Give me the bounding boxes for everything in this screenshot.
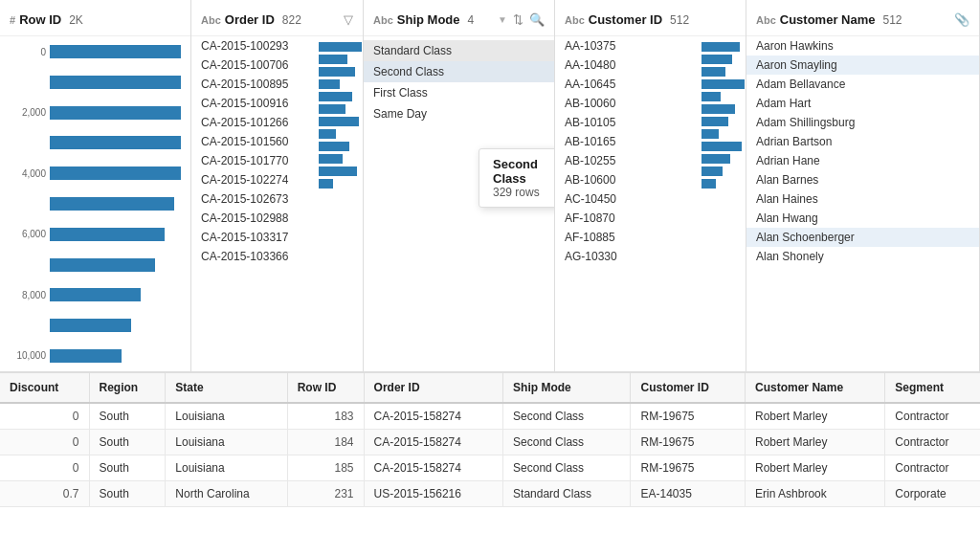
customer-name-list: Aaron Hawkins Aaron Smayling Adam Bellav… [746,36,979,371]
histogram-bar [50,197,174,211]
cell-customername: Robert Marley [746,455,885,481]
table-header-row: Discount Region State Row ID Order ID Sh… [0,373,980,403]
cell-customername: Robert Marley [746,430,885,455]
histogram-row [10,319,181,332]
list-item[interactable]: Alan Haines [746,189,979,209]
list-item[interactable]: CA-2015-100706 [191,56,315,75]
list-item[interactable]: CA-2015-102988 [191,209,315,228]
histogram-bar [50,288,141,301]
list-item[interactable]: CA-2015-100895 [191,75,315,94]
list-item[interactable]: CA-2015-102274 [191,170,315,189]
histogram-bar [50,106,181,120]
list-item[interactable]: CA-2015-101266 [191,113,315,132]
cell-rowid: 184 [287,430,364,455]
cell-state: North Carolina [166,481,287,507]
list-item[interactable]: Aaron Smayling [746,56,979,75]
list-item[interactable]: AF-10870 [555,209,698,228]
cell-customername: Robert Marley [746,403,885,430]
cell-discount: 0.7 [0,481,89,507]
histogram-bar [50,45,181,58]
cell-region: South [89,455,166,481]
cell-region: South [89,403,166,430]
cell-state: Louisiana [166,430,287,455]
col-header-orderid[interactable]: Order ID [364,373,503,403]
ship-mode-item-first[interactable]: First Class [364,82,554,103]
histogram-row [10,136,181,149]
list-item[interactable]: AG-10330 [555,247,698,266]
cell-state: Louisiana [166,403,287,430]
histogram-row [10,197,181,211]
ship-mode-list: Standard Class Second Class First Class … [364,36,554,128]
histogram-row [10,258,181,272]
list-item[interactable]: CA-2015-102673 [191,189,315,209]
list-item[interactable]: CA-2015-103366 [191,247,315,266]
order-id-list: CA-2015-100293 CA-2015-100706 CA-2015-10… [191,36,315,371]
list-item[interactable]: AC-10450 [555,189,698,209]
attachment-icon[interactable]: 📎 [954,12,969,27]
row-id-type: # [10,14,15,26]
ship-mode-header: Abc Ship Mode 4 ▼ ⇅ 🔍 [364,0,554,36]
list-item[interactable]: Adam Hart [746,94,979,113]
ship-mode-item-second[interactable]: Second Class [364,61,554,82]
cell-rowid: 183 [287,403,364,430]
list-item[interactable]: AF-10885 [555,228,698,247]
list-item[interactable]: CA-2015-103317 [191,228,315,247]
tooltip-title: Second Class [493,157,550,186]
list-item[interactable]: Aaron Hawkins [746,36,979,56]
list-item[interactable]: AA-10375 [555,36,698,56]
customer-id-list: AA-10375 AA-10480 AA-10645 AB-10060 AB-1… [555,36,698,371]
cell-orderid: US-2015-156216 [364,481,503,507]
col-header-region[interactable]: Region [89,373,166,403]
customer-name-column: Abc Customer Name 512 📎 Aaron Hawkins Aa… [746,0,980,371]
list-item[interactable]: CA-2015-101770 [191,151,315,170]
col-header-customername[interactable]: Customer Name [746,373,885,403]
customer-id-mini-bars [698,36,746,371]
list-item[interactable]: AB-10165 [555,132,698,151]
col-header-shipmode[interactable]: Ship Mode [503,373,631,403]
col-header-customerid[interactable]: Customer ID [631,373,746,403]
cell-state: Louisiana [166,455,287,481]
list-item[interactable]: AA-10645 [555,75,698,94]
sort-icon[interactable]: ⇅ [513,12,523,27]
cell-customerid: RM-19675 [631,430,746,455]
list-item[interactable]: Adam Shillingsburg [746,113,979,132]
cell-segment: Contractor [885,430,980,455]
bottom-table-container: Discount Region State Row ID Order ID Sh… [0,373,980,533]
list-item[interactable]: CA-2015-100916 [191,94,315,113]
list-item[interactable]: AB-10255 [555,151,698,170]
ship-mode-item-standard[interactable]: Standard Class [364,40,554,61]
row-id-count: 2K [69,13,83,27]
cell-rowid: 231 [287,481,364,507]
cell-shipmode: Second Class [503,430,631,455]
list-item[interactable]: AA-10480 [555,56,698,75]
list-item[interactable]: CA-2015-101560 [191,132,315,151]
histogram-bar [50,76,181,89]
list-item[interactable]: Alan Barnes [746,170,979,189]
list-item[interactable]: Alan Shonely [746,247,979,266]
filter-icon[interactable]: ▽ [344,12,353,27]
histogram-row: 2,000 [10,106,181,120]
ship-mode-item-sameday[interactable]: Same Day [364,103,554,124]
histogram-bar [50,349,122,363]
search-icon[interactable]: 🔍 [529,12,545,27]
col-header-rowid[interactable]: Row ID [287,373,364,403]
row-id-column: # Row ID 2K 0 2,000 [0,0,191,371]
histogram-row: 4,000 [10,167,181,180]
col-header-segment[interactable]: Segment [885,373,980,403]
list-item[interactable]: Adrian Hane [746,151,979,170]
histogram-bar [50,228,165,241]
col-header-discount[interactable]: Discount [0,373,89,403]
list-item[interactable]: Alan Schoenberger [746,228,979,247]
dropdown-arrow-icon[interactable]: ▼ [498,14,507,25]
list-item[interactable]: CA-2015-100293 [191,36,315,56]
histogram-bar [50,319,131,332]
list-item[interactable]: AB-10600 [555,170,698,189]
cell-customerid: EA-14035 [631,481,746,507]
list-item[interactable]: AB-10060 [555,94,698,113]
list-item[interactable]: Adam Bellavance [746,75,979,94]
list-item[interactable]: Alan Hwang [746,209,979,228]
list-item[interactable]: AB-10105 [555,113,698,132]
col-header-state[interactable]: State [166,373,287,403]
histogram-row: 0 [10,45,181,58]
list-item[interactable]: Adrian Bartson [746,132,979,151]
